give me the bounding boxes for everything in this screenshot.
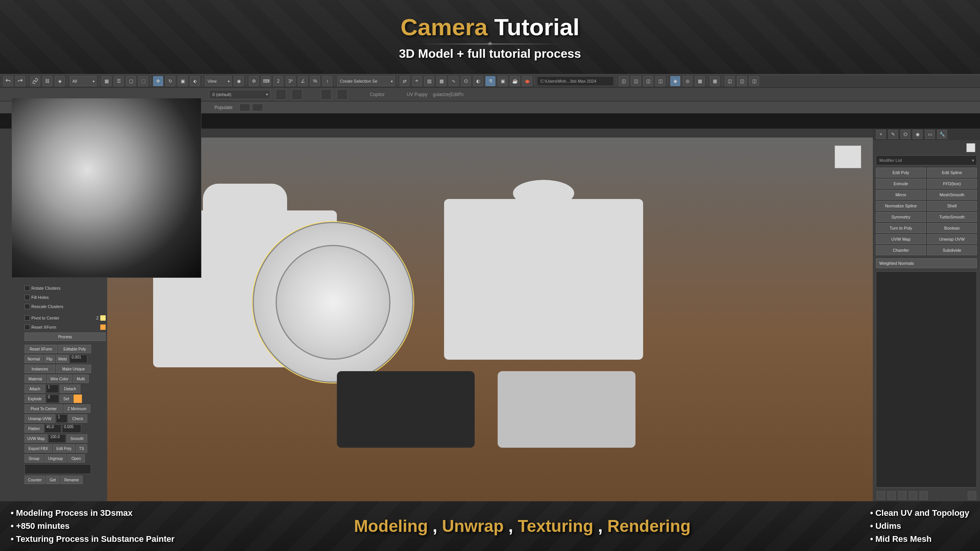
keyboard-shortcut-button[interactable]: ⌨: [261, 76, 271, 86]
weld-button[interactable]: Weld: [56, 355, 69, 363]
link-button[interactable]: [30, 76, 40, 86]
wire-color-button[interactable]: Wire Color: [47, 375, 72, 383]
snap2d-button[interactable]: 2: [273, 76, 283, 86]
display-button[interactable]: ◎: [683, 76, 693, 86]
color-swatch[interactable]: [74, 395, 82, 403]
color-swatch[interactable]: [100, 324, 106, 330]
unlink-button[interactable]: ⛓: [42, 76, 52, 86]
ribbon-slot[interactable]: [276, 89, 286, 100]
checkbox[interactable]: [24, 285, 30, 291]
explode-button[interactable]: Explode: [24, 395, 45, 403]
mod-mirror[interactable]: Mirror: [876, 190, 926, 200]
name-input[interactable]: [24, 464, 91, 474]
unwrap-uvw-button[interactable]: Unwrap UVW: [24, 414, 55, 423]
material-button[interactable]: Material: [24, 375, 46, 383]
mod-extrude[interactable]: Extrude: [876, 179, 926, 189]
extra-button-2[interactable]: ◫: [737, 76, 747, 86]
reset-xform-button[interactable]: Reset XForm: [24, 345, 57, 353]
curve-editor-button[interactable]: ∿: [449, 76, 459, 86]
reference-image-panel[interactable]: [11, 98, 201, 278]
modify-tab[interactable]: ✎: [888, 130, 898, 139]
viewport[interactable]: [107, 138, 873, 501]
layer-explorer-button[interactable]: ▤: [424, 76, 434, 86]
populate-settings[interactable]: [252, 104, 263, 111]
snap3d-button[interactable]: 3ᵈ: [286, 76, 296, 86]
window-crossing-button[interactable]: ⬚: [138, 76, 148, 86]
rename-button[interactable]: Rename: [60, 476, 83, 484]
schematic-view-button[interactable]: ⌬: [461, 76, 471, 86]
multi-button[interactable]: Multi: [73, 375, 89, 383]
render-frame-button[interactable]: ▣: [498, 76, 508, 86]
weld-value-input[interactable]: 0.001: [70, 355, 87, 363]
mirror-button[interactable]: ⇄: [400, 76, 410, 86]
flatten-button[interactable]: Flatten: [24, 424, 44, 433]
render-button[interactable]: ☕: [510, 76, 520, 86]
explode-value-input[interactable]: 0: [46, 395, 59, 403]
redo-button[interactable]: [15, 76, 25, 86]
file-path-field[interactable]: C:\Users\Moh...3ds Max 2024: [537, 77, 614, 86]
select-by-name-button[interactable]: ☰: [114, 76, 124, 86]
calc-button[interactable]: ▦: [710, 76, 720, 86]
preset-dropdown[interactable]: 0 (default): [209, 90, 270, 99]
ts-button[interactable]: TS: [76, 444, 87, 453]
populate-toggle[interactable]: [239, 104, 250, 111]
hierarchy-tab[interactable]: ⌬: [900, 130, 910, 139]
teapot-button[interactable]: 🫖: [522, 76, 532, 86]
mod-meshsmooth[interactable]: MeshSmooth: [927, 190, 977, 200]
check-button[interactable]: Check: [68, 414, 87, 423]
extra-button-3[interactable]: ◫: [749, 76, 759, 86]
bind-button[interactable]: ◈: [55, 76, 65, 86]
mod-turn-to-poly[interactable]: Turn to Poly: [876, 223, 926, 233]
export-fbx-button[interactable]: Export FBX: [24, 444, 52, 453]
place-button[interactable]: ⬖: [190, 76, 200, 86]
normal-button[interactable]: Normal: [24, 355, 43, 363]
checkbox[interactable]: [24, 304, 30, 309]
checkbox[interactable]: [24, 295, 30, 300]
detach-button[interactable]: Detach: [60, 385, 80, 393]
select-object-button[interactable]: ▦: [101, 76, 111, 86]
uvw-map-button[interactable]: UVW Map: [24, 434, 47, 443]
mod-uvw-map[interactable]: UVW Map: [876, 234, 926, 244]
display-tab[interactable]: ▭: [925, 130, 935, 139]
safeframe-button[interactable]: ▦: [695, 76, 705, 86]
instances-button[interactable]: Instances: [24, 365, 55, 373]
ribbon-slot[interactable]: [292, 89, 302, 100]
toggle-ribbon-button[interactable]: ▦: [436, 76, 446, 86]
rect-region-button[interactable]: ▢: [126, 76, 136, 86]
flip-button[interactable]: Flip: [44, 355, 55, 363]
modifier-list-dropdown[interactable]: Modifier List: [876, 155, 977, 165]
viewport-header[interactable]: ault Shading ] ▼: [107, 129, 873, 138]
ref-coord-dropdown[interactable]: View: [205, 76, 232, 86]
mod-subdivide[interactable]: Subdivide: [927, 245, 977, 255]
workspace-button-1[interactable]: ◫: [619, 76, 629, 86]
smooth-button[interactable]: Smooth: [67, 434, 87, 443]
checkbox[interactable]: [24, 315, 30, 321]
get-button[interactable]: Get: [46, 476, 60, 484]
mod-chamfer[interactable]: Chamfer: [876, 245, 926, 255]
render-setup-button[interactable]: ⚗: [485, 76, 495, 86]
checkbox[interactable]: [24, 324, 30, 330]
create-tab[interactable]: +: [876, 130, 886, 139]
z-min-button[interactable]: Z Minimum: [64, 404, 90, 413]
edit-poly-button[interactable]: Edit Poly: [53, 444, 75, 453]
modifier-stack[interactable]: [876, 271, 977, 487]
pivot-to-center-button[interactable]: Pivot To Center: [24, 404, 63, 413]
show-end-result-icon[interactable]: [887, 491, 896, 500]
align-button[interactable]: ⫩: [412, 76, 422, 86]
make-unique-button[interactable]: Make Unique: [56, 365, 91, 373]
mod-normalize-spline[interactable]: Normalize Spline: [876, 201, 926, 211]
pivot-center-button[interactable]: ◉: [234, 76, 244, 86]
configure-sets-icon[interactable]: [920, 491, 928, 500]
undo-button[interactable]: [3, 76, 13, 86]
mod-weighted-normals[interactable]: Weighted Normals: [876, 258, 977, 268]
pin-stack-icon[interactable]: [877, 491, 885, 500]
manipulate-button[interactable]: ⚙: [249, 76, 259, 86]
group-button[interactable]: Group: [24, 454, 44, 463]
material-editor-button[interactable]: ◐: [473, 76, 483, 86]
remove-mod-icon[interactable]: [909, 491, 917, 500]
named-selection-dropdown[interactable]: Create Selection Se: [337, 76, 395, 86]
attach-value-input[interactable]: 1: [46, 385, 59, 393]
selection-filter-dropdown[interactable]: All: [70, 76, 96, 86]
spinner-snap-button[interactable]: ↕: [322, 76, 332, 86]
mod-boolean[interactable]: Boolean: [927, 223, 977, 233]
